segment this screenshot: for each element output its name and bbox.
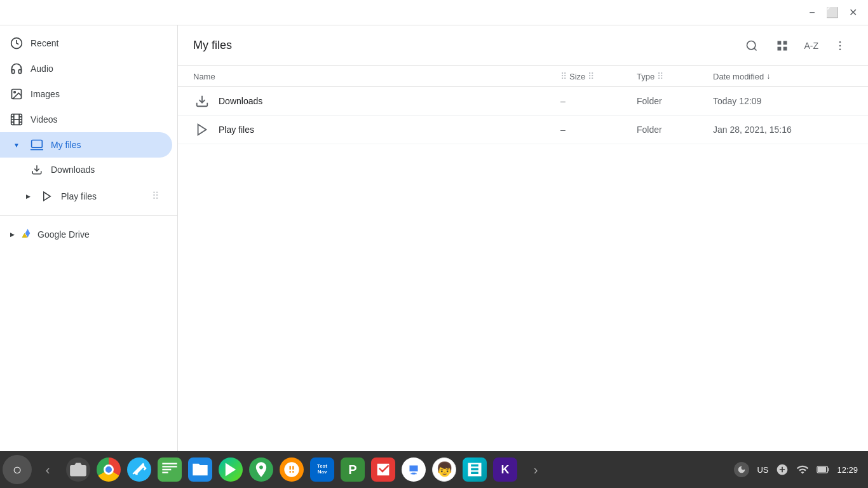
wifi-icon[interactable] xyxy=(794,461,811,478)
file-size: – xyxy=(560,125,637,135)
content-toolbar: My files A-Z xyxy=(178,25,868,66)
file-type: Folder xyxy=(637,96,713,106)
sidebar-item-label: Recent xyxy=(31,38,58,48)
file-name-cell: Downloads xyxy=(193,92,560,110)
green-p-button[interactable]: P xyxy=(338,455,367,484)
download-icon xyxy=(31,163,43,176)
table-row[interactable]: Downloads – Folder Today 12:09 xyxy=(178,87,868,116)
sidebar-item-label: Images xyxy=(31,89,60,99)
svg-rect-18 xyxy=(783,41,787,44)
header-type[interactable]: Type ⠿ xyxy=(637,71,713,81)
sidebar-item-label: Audio xyxy=(31,64,53,74)
classroom-button[interactable] xyxy=(155,455,184,484)
file-list-header: Name ⠿ Size ⠿ Type ⠿ Date modified ↓ xyxy=(178,66,868,87)
camera-app-button[interactable] xyxy=(64,455,93,484)
file-list: Name ⠿ Size ⠿ Type ⠿ Date modified ↓ xyxy=(178,66,868,451)
svg-rect-31 xyxy=(818,467,826,472)
chrome-button[interactable] xyxy=(94,455,123,484)
svg-point-22 xyxy=(839,44,841,46)
header-size[interactable]: ⠿ Size ⠿ xyxy=(560,71,637,81)
headphone-icon xyxy=(10,62,23,75)
titlebar: − ⬜ ✕ xyxy=(0,0,868,25)
content-area: My files A-Z xyxy=(178,25,868,451)
file-name: Play files xyxy=(219,125,254,135)
sidebar: Recent Audio Images xyxy=(0,25,178,451)
clock-icon xyxy=(10,37,23,50)
minimize-button[interactable]: − xyxy=(802,3,822,23)
puffin-button[interactable] xyxy=(277,455,306,484)
sheets-button[interactable] xyxy=(460,455,489,484)
chevron-right-icon: ▶ xyxy=(10,231,15,238)
sticker-button[interactable]: 👦 xyxy=(430,455,459,484)
content-title: My files xyxy=(193,39,734,52)
locale-indicator[interactable]: US xyxy=(754,463,771,477)
files-app-button[interactable] xyxy=(186,455,215,484)
file-type: Folder xyxy=(637,125,713,135)
sidebar-item-images[interactable]: Images xyxy=(0,81,172,107)
system-tray: US 12:29 xyxy=(726,459,865,480)
svg-point-15 xyxy=(747,41,756,49)
forward-button[interactable]: › xyxy=(521,455,550,484)
close-button[interactable]: ✕ xyxy=(843,3,863,23)
file-name: Downloads xyxy=(219,96,262,106)
download-icon xyxy=(193,92,211,110)
sidebar-sub-playfiles: ▶ Play files ⠿ xyxy=(0,182,177,210)
taskbar: ○ ‹ xyxy=(0,451,868,488)
testnav-button[interactable]: TestNav xyxy=(308,455,337,484)
kahoot-button[interactable]: K xyxy=(491,455,520,484)
column-drag-dots: ⠿ xyxy=(560,71,567,81)
sidebar-item-label: My files xyxy=(51,140,81,150)
svg-point-2 xyxy=(14,92,15,93)
svg-rect-11 xyxy=(32,140,43,148)
maximize-button[interactable]: ⬜ xyxy=(822,3,843,23)
back-button[interactable]: ‹ xyxy=(33,455,62,484)
sidebar-sub-downloads: Downloads xyxy=(0,158,177,182)
drag-handle[interactable]: ⠿ xyxy=(149,187,162,205)
sort-az-button[interactable]: A-Z xyxy=(800,33,822,58)
night-mode-button[interactable] xyxy=(731,459,752,480)
more-options-button[interactable] xyxy=(827,33,853,58)
main-layout: Recent Audio Images xyxy=(0,25,868,451)
sketchup-button[interactable] xyxy=(369,455,398,484)
grid-view-button[interactable] xyxy=(770,33,795,58)
launcher-button[interactable]: ○ xyxy=(3,455,32,484)
sidebar-item-label: Google Drive xyxy=(37,229,90,240)
file-size: – xyxy=(560,96,637,106)
play-icon xyxy=(193,121,211,139)
svg-marker-27 xyxy=(226,463,236,477)
table-row[interactable]: Play files – Folder Jan 28, 2021, 15:16 xyxy=(178,116,868,144)
sidebar-item-googledrive[interactable]: ▶ Google Drive xyxy=(0,221,172,247)
sidebar-item-playfiles[interactable]: ▶ Play files ⠿ xyxy=(31,182,172,210)
files-window: − ⬜ ✕ Recent xyxy=(0,0,868,451)
paint-app-button[interactable] xyxy=(125,455,154,484)
laptop-icon xyxy=(31,139,43,151)
column-drag-dots-3: ⠿ xyxy=(657,71,663,81)
svg-marker-25 xyxy=(198,125,207,135)
play-store-button[interactable] xyxy=(216,455,245,484)
sidebar-divider xyxy=(0,215,177,216)
header-date[interactable]: Date modified ↓ xyxy=(713,72,853,81)
header-name[interactable]: Name xyxy=(193,72,560,81)
sidebar-item-myfiles[interactable]: ▼ My files xyxy=(0,132,172,158)
maps-button[interactable] xyxy=(247,455,276,484)
film-icon xyxy=(10,113,23,126)
sidebar-item-downloads[interactable]: Downloads xyxy=(31,158,172,182)
add-network-button[interactable] xyxy=(773,461,791,478)
chevron-down-icon: ▼ xyxy=(10,139,23,151)
play-store-icon xyxy=(41,190,53,203)
battery-icon[interactable] xyxy=(814,463,832,477)
image-icon xyxy=(10,88,23,100)
svg-marker-14 xyxy=(44,192,51,201)
sidebar-item-label: Videos xyxy=(31,114,58,125)
sidebar-item-label: Downloads xyxy=(51,165,95,175)
svg-rect-19 xyxy=(778,46,782,50)
file-name-cell: Play files xyxy=(193,121,560,139)
svg-rect-20 xyxy=(783,46,787,50)
sidebar-item-videos[interactable]: Videos xyxy=(0,107,172,132)
sidebar-item-recent[interactable]: Recent xyxy=(0,30,172,56)
chrome-remote-button[interactable] xyxy=(399,455,428,484)
search-button[interactable] xyxy=(739,33,764,58)
sidebar-item-audio[interactable]: Audio xyxy=(0,56,172,81)
clock-display[interactable]: 12:29 xyxy=(834,463,860,477)
svg-point-21 xyxy=(839,41,841,43)
